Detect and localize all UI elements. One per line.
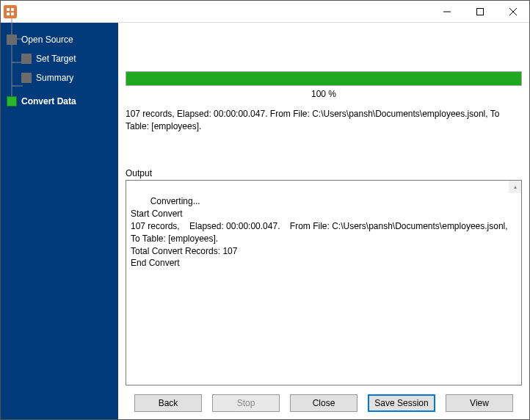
sidebar-item-label: Set Target	[36, 54, 76, 64]
svg-rect-0	[7, 8, 10, 11]
progress-bar	[126, 71, 522, 86]
step-icon	[21, 54, 32, 64]
close-dialog-button[interactable]: Close	[290, 394, 357, 412]
sidebar-item-label: Summary	[36, 73, 73, 83]
main-panel: 100 % 107 records, Elapsed: 00:00:00.047…	[118, 23, 529, 419]
sidebar-item-set-target[interactable]: Set Target	[1, 49, 118, 68]
sidebar-item-label: Open Source	[21, 35, 73, 45]
stop-button: Stop	[212, 394, 280, 412]
progress-fill	[126, 72, 521, 85]
titlebar	[1, 1, 529, 23]
scroll-up-icon[interactable]: ▴	[509, 181, 521, 193]
sidebar-item-open-source[interactable]: Open Source	[1, 30, 118, 49]
svg-rect-1	[11, 8, 14, 11]
step-icon	[21, 73, 32, 83]
svg-rect-3	[11, 12, 14, 15]
close-button[interactable]	[496, 1, 529, 23]
save-session-button[interactable]: Save Session	[368, 394, 435, 412]
step-icon	[7, 35, 17, 45]
button-row: Back Stop Close Save Session View	[126, 385, 522, 412]
titlebar-left	[1, 5, 17, 18]
svg-rect-5	[476, 8, 483, 15]
output-content: Converting... Start Convert 107 records,…	[131, 196, 518, 268]
status-text: 107 records, Elapsed: 00:00:00.047. From…	[126, 108, 522, 133]
progress-section: 100 %	[126, 71, 522, 99]
minimize-button[interactable]	[430, 1, 463, 23]
output-textarea[interactable]: Converting... Start Convert 107 records,…	[126, 180, 522, 385]
sidebar-item-label: Convert Data	[21, 96, 76, 106]
progress-percent-label: 100 %	[126, 89, 522, 99]
output-label: Output	[126, 168, 522, 178]
svg-rect-2	[7, 12, 10, 15]
sidebar: Open Source Set Target Summary Convert D…	[1, 23, 118, 419]
body: Open Source Set Target Summary Convert D…	[1, 23, 529, 419]
step-icon-active	[7, 96, 17, 106]
window-controls	[430, 1, 529, 23]
sidebar-item-convert-data[interactable]: Convert Data	[1, 92, 118, 111]
app-icon	[4, 5, 17, 18]
sidebar-item-summary[interactable]: Summary	[1, 68, 118, 87]
view-button[interactable]: View	[446, 394, 513, 412]
back-button[interactable]: Back	[134, 394, 202, 412]
app-window: Open Source Set Target Summary Convert D…	[0, 0, 530, 420]
maximize-button[interactable]	[463, 1, 496, 23]
